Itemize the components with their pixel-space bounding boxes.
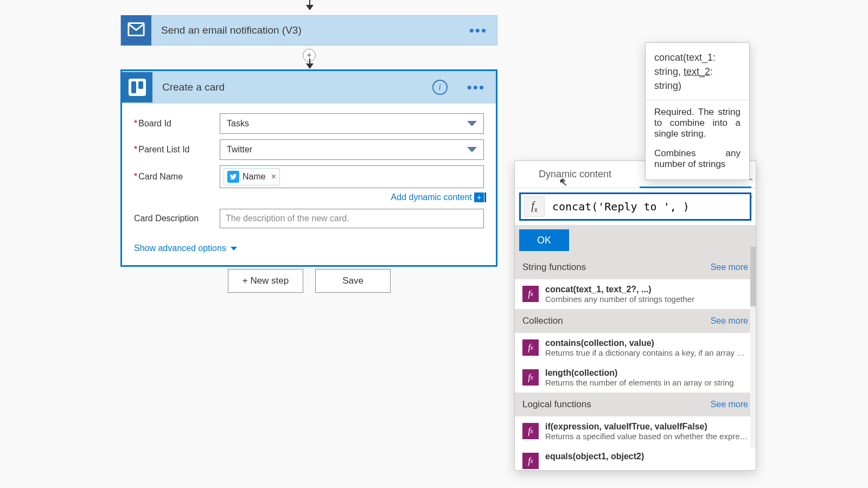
section-string-functions: String functions See more: [515, 255, 756, 279]
board-id-value: Tasks: [227, 119, 249, 129]
token-name-label: Name: [242, 172, 266, 182]
fn-equals[interactable]: fx equals(object1, object2): [515, 446, 756, 470]
fn-concat-desc: Combines any number of strings together: [545, 294, 748, 304]
save-button[interactable]: Save: [315, 269, 391, 293]
parent-list-value: Twitter: [227, 145, 252, 155]
chevron-down-icon: [467, 147, 477, 152]
show-advanced-options-link[interactable]: Show advanced options: [134, 243, 237, 253]
dynamic-content-panel: Dynamic content Expression ⌃ ⌄ fx OK Str…: [514, 160, 756, 471]
mail-icon: [121, 15, 151, 46]
fn-contains-desc: Returns true if a dictionary contains a …: [545, 348, 748, 357]
card-header-title: Create a card: [162, 81, 432, 93]
token-remove-icon[interactable]: ×: [271, 172, 276, 182]
chevron-down-icon: [467, 121, 477, 126]
fn-if-desc: Returns a specified value based on wheth…: [545, 432, 748, 441]
scrollbar-thumb[interactable]: [750, 247, 756, 306]
flow-step-create-card: Create a card i ••• *Board Id Tasks *Par…: [120, 69, 497, 267]
tab-dynamic-content[interactable]: Dynamic content: [515, 161, 635, 188]
board-id-label: *Board Id: [134, 119, 220, 129]
section-logical-functions: Logical functions See more: [515, 393, 756, 416]
fn-if-sig: if(expression, valueIfTrue, valueIfFalse…: [545, 422, 748, 432]
fx-icon: fx: [524, 196, 545, 217]
new-step-button[interactable]: + New step: [228, 269, 303, 293]
fn-equals-sig: equals(object1, object2): [545, 452, 748, 461]
add-dynamic-content-link[interactable]: Add dynamic content +: [391, 192, 484, 202]
fn-length-desc: Returns the number of elements in an arr…: [545, 378, 748, 387]
info-icon[interactable]: i: [432, 80, 448, 95]
board-id-select[interactable]: Tasks: [220, 113, 484, 134]
parent-list-select[interactable]: Twitter: [220, 139, 484, 160]
plus-icon: +: [474, 192, 484, 202]
fn-concat[interactable]: fx concat(text_1, text_2?, ...) Combines…: [515, 279, 756, 309]
scroll-down-icon[interactable]: ⌄: [746, 191, 756, 201]
fn-if[interactable]: fx if(expression, valueIfTrue, valueIfFa…: [515, 416, 756, 446]
card-name-input[interactable]: Name ×: [220, 165, 484, 188]
fn-length[interactable]: fx length(collection) Returns the number…: [515, 363, 756, 393]
ok-button[interactable]: OK: [519, 229, 569, 251]
tooltip-signature: concat(text_1: string, text_2: string): [654, 50, 741, 93]
section-collection: Collection See more: [515, 309, 756, 333]
fn-contains-sig: contains(collection, value): [545, 338, 748, 348]
token-name[interactable]: Name ×: [224, 168, 280, 185]
see-more-link[interactable]: See more: [711, 316, 748, 326]
fx-icon: fx: [522, 423, 539, 439]
add-dynamic-content-label: Add dynamic content: [391, 192, 472, 202]
expression-input-wrap: fx: [519, 192, 751, 221]
card-desc-input[interactable]: The description of the new card.: [220, 209, 484, 228]
flow-step-email[interactable]: Send an email notification (V3) •••: [120, 15, 497, 46]
fx-icon: fx: [522, 453, 539, 469]
fn-concat-sig: concat(text_1, text_2?, ...): [545, 285, 748, 294]
twitter-icon: [227, 171, 239, 183]
trello-icon: [122, 72, 152, 102]
fx-icon: fx: [522, 339, 539, 356]
tooltip-required: Required. The string to combine into a s…: [654, 107, 741, 139]
expression-input[interactable]: [545, 200, 746, 214]
chevron-down-icon: [231, 247, 237, 251]
card-desc-placeholder: The description of the new card.: [226, 214, 349, 223]
card-desc-label: Card Description: [134, 214, 220, 223]
fx-icon: fx: [522, 286, 539, 302]
card-header[interactable]: Create a card i •••: [122, 71, 496, 104]
flow-step-email-title: Send an email notification (V3): [161, 24, 459, 36]
card-name-label: *Card Name: [134, 172, 220, 182]
fn-length-sig: length(collection): [545, 368, 748, 378]
see-more-link[interactable]: See more: [711, 262, 748, 272]
parent-list-label: *Parent List Id: [134, 145, 220, 155]
show-advanced-options-label: Show advanced options: [134, 243, 226, 253]
more-icon[interactable]: •••: [459, 22, 497, 39]
fx-icon: fx: [522, 369, 539, 386]
fn-contains[interactable]: fx contains(collection, value) Returns t…: [515, 333, 756, 363]
tooltip-description: Combines any number of strings: [654, 148, 741, 170]
see-more-link[interactable]: See more: [711, 400, 748, 409]
function-tooltip: concat(text_1: string, text_2: string) R…: [645, 42, 750, 180]
more-icon[interactable]: •••: [457, 79, 486, 96]
